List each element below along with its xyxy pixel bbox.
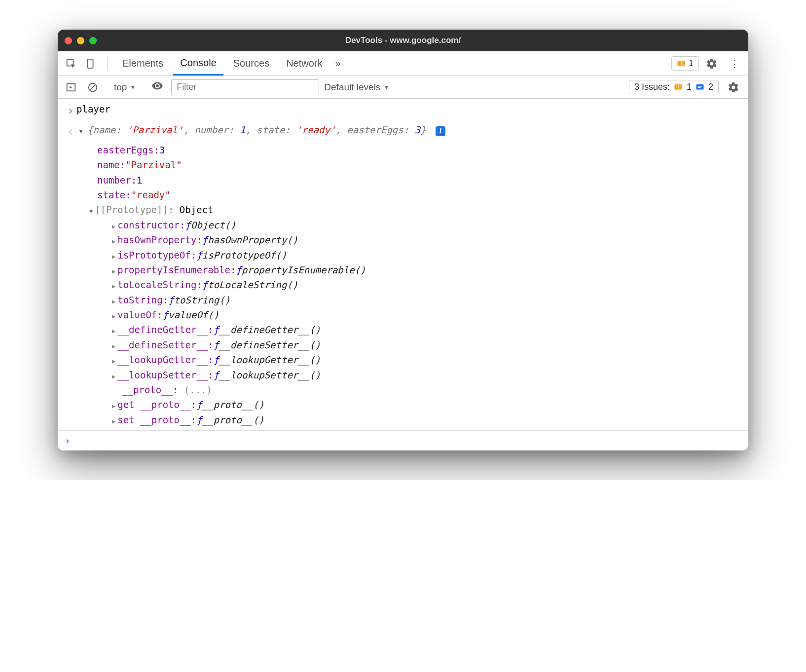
proto-method-row[interactable]: valueOf: ƒ valueOf() [112, 307, 748, 322]
disclosure-closed-icon[interactable] [112, 218, 117, 232]
settings-icon[interactable] [702, 58, 722, 70]
toolbar-divider [107, 57, 108, 70]
property-key: state: [97, 187, 131, 202]
method-key: __lookupSetter__: [117, 368, 213, 382]
device-toolbar-icon[interactable] [82, 58, 99, 69]
brace-close: } [420, 124, 426, 135]
traffic-lights [65, 37, 97, 44]
method-key: toLocaleString: [117, 277, 202, 292]
proto-method-row[interactable]: __defineSetter__: ƒ __defineSetter__() [112, 337, 748, 352]
method-key: constructor: [117, 218, 185, 232]
disclosure-closed-icon[interactable] [112, 232, 117, 247]
log-levels-selector[interactable]: Default levels ▼ [324, 82, 389, 93]
disclosure-open-icon[interactable] [89, 202, 95, 217]
minimize-window-button[interactable] [77, 37, 84, 44]
method-key: propertyIsEnumerable: [117, 262, 236, 277]
method-fn: __lookupSetter__() [219, 368, 321, 382]
prototype-row[interactable]: [[Prototype]]: Object [89, 202, 748, 217]
property-value: "Parzival" [125, 157, 182, 172]
disclosure-closed-icon[interactable] [112, 293, 117, 307]
accessor-key: get __proto__: [117, 397, 196, 412]
clear-console-icon[interactable] [84, 82, 101, 93]
function-glyph: ƒ [168, 293, 174, 307]
method-fn: toLocaleString() [208, 277, 298, 292]
window-titlebar: DevTools - www.google.com/ [58, 30, 748, 51]
tab-console[interactable]: Console [173, 51, 223, 75]
tab-elements[interactable]: Elements [115, 51, 170, 75]
console-prompt[interactable]: › [58, 431, 748, 450]
brace-open: { [87, 124, 93, 135]
issues-panel[interactable]: 3 Issues: ! 1 2 [629, 80, 719, 94]
proto-method-row[interactable]: toLocaleString: ƒ toLocaleString() [112, 277, 748, 292]
method-key: hasOwnProperty: [117, 232, 202, 247]
function-glyph: ƒ [196, 248, 202, 262]
issues-label: 3 Issues: [634, 82, 670, 92]
method-key: __defineGetter__: [117, 322, 213, 337]
object-property-row[interactable]: name: "Parzival" [97, 157, 748, 172]
issues-warn-count: 1 [687, 82, 692, 92]
proto-accessor-row[interactable]: get __proto__: ƒ __proto__() [112, 397, 748, 412]
console-settings-icon[interactable] [724, 81, 743, 93]
disclosure-closed-icon[interactable] [112, 322, 117, 337]
proto-prop-row[interactable]: __proto__: (...) [112, 382, 748, 397]
live-expression-icon[interactable] [148, 80, 166, 94]
console-sidebar-toggle-icon[interactable] [63, 82, 79, 93]
svg-rect-10 [696, 84, 703, 90]
tab-sources[interactable]: Sources [226, 51, 276, 75]
console-result-row[interactable]: {name: 'Parzival', number: 1, state: 're… [58, 121, 748, 142]
method-key: valueOf: [117, 307, 163, 322]
disclosure-closed-icon[interactable] [112, 412, 117, 427]
method-fn: hasOwnProperty() [208, 232, 298, 247]
context-label: top [114, 82, 127, 93]
object-properties: easterEggs: 3name: "Parzival"number: 1st… [58, 143, 748, 427]
proto-key: __proto__: [122, 382, 178, 397]
function-glyph: ƒ [202, 232, 208, 247]
method-key: toString: [117, 293, 168, 307]
disclosure-closed-icon[interactable] [112, 397, 117, 412]
filter-input[interactable] [171, 79, 319, 95]
property-value: 3 [159, 143, 165, 157]
proto-method-row[interactable]: hasOwnProperty: ƒ hasOwnProperty() [112, 232, 748, 247]
disclosure-closed-icon[interactable] [112, 262, 117, 277]
proto-method-row[interactable]: __defineGetter__: ƒ __defineGetter__() [112, 322, 748, 337]
disclosure-closed-icon[interactable] [112, 337, 117, 352]
tabs-overflow-button[interactable]: » [332, 58, 344, 69]
proto-method-row[interactable]: __lookupSetter__: ƒ __lookupSetter__() [112, 368, 748, 382]
disclosure-open-icon[interactable] [79, 124, 84, 135]
svg-rect-11 [697, 86, 702, 87]
proto-method-row[interactable]: __lookupGetter__: ƒ __lookupGetter__() [112, 352, 748, 367]
method-fn: Object() [191, 218, 236, 232]
disclosure-closed-icon[interactable] [112, 352, 117, 367]
object-property-row[interactable]: easterEggs: 3 [97, 143, 748, 157]
context-selector[interactable]: top ▼ [111, 82, 139, 93]
disclosure-closed-icon[interactable] [112, 248, 117, 262]
prototype-type: Object [180, 202, 214, 217]
method-fn: isPrototypeOf() [202, 248, 287, 262]
inspect-element-icon[interactable] [63, 58, 79, 69]
object-property-row[interactable]: state: "ready" [97, 187, 748, 202]
info-badge-icon[interactable]: i [436, 126, 445, 136]
warnings-badge[interactable]: ! 1 [671, 56, 699, 71]
proto-method-row[interactable]: propertyIsEnumerable: ƒ propertyIsEnumer… [112, 262, 748, 277]
function-glyph: ƒ [214, 337, 219, 352]
svg-rect-1 [88, 59, 93, 68]
more-options-icon[interactable]: ⋮ [725, 58, 743, 70]
prototype-label: [[Prototype]]: [95, 202, 174, 217]
zoom-window-button[interactable] [89, 37, 97, 44]
svg-text:!: ! [677, 84, 679, 89]
proto-method-row[interactable]: constructor: ƒ Object() [112, 218, 748, 232]
tab-network[interactable]: Network [279, 51, 329, 75]
object-property-row[interactable]: number: 1 [97, 173, 748, 187]
console-output: player {name: 'Parzival', number: 1, sta… [58, 99, 748, 450]
console-subbar: top ▼ Default levels ▼ 3 Issues: ! 1 2 [58, 76, 748, 99]
proto-method-row[interactable]: toString: ƒ toString() [112, 293, 748, 307]
disclosure-closed-icon[interactable] [112, 277, 117, 292]
disclosure-closed-icon[interactable] [112, 368, 117, 382]
proto-method-row[interactable]: isPrototypeOf: ƒ isPrototypeOf() [112, 248, 748, 262]
function-glyph: ƒ [196, 397, 202, 412]
method-fn: propertyIsEnumerable() [242, 262, 366, 277]
disclosure-closed-icon[interactable] [112, 307, 117, 322]
proto-accessor-row[interactable]: set __proto__: ƒ __proto__() [112, 412, 748, 427]
close-window-button[interactable] [65, 37, 72, 44]
svg-text:!: ! [680, 60, 682, 66]
